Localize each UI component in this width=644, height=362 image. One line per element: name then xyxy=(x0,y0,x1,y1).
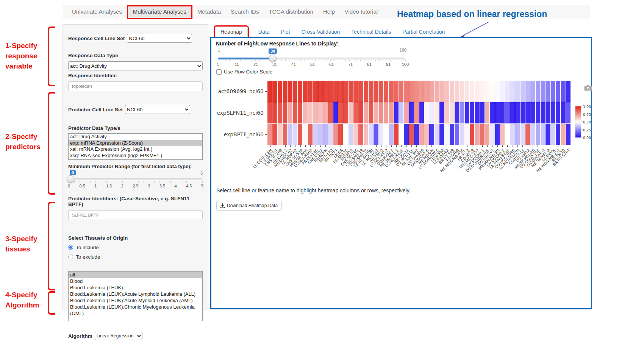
heatmap-cell[interactable] xyxy=(455,102,459,123)
heatmap-cell[interactable] xyxy=(485,102,489,123)
heatmap-cell[interactable] xyxy=(424,102,429,123)
heatmap-cell[interactable] xyxy=(510,124,515,145)
heatmap-cell[interactable] xyxy=(424,81,429,102)
heatmap-cell[interactable] xyxy=(470,81,474,102)
predictor-identifiers-input[interactable] xyxy=(68,210,203,220)
heatmap-row-label-act609699-nci60[interactable]: act609699_nci60 xyxy=(211,88,264,94)
list-option-xai-mrna-expression-avg-log2-int[interactable]: xai: mRNA Expression (Avg. log2 Int.) xyxy=(69,146,202,153)
tab-plot[interactable]: Plot xyxy=(280,27,291,37)
heatmap-cell[interactable] xyxy=(505,102,510,123)
tab-technical-details[interactable]: Technical Details xyxy=(350,27,392,37)
heatmap-cell[interactable] xyxy=(364,81,368,102)
nav-item-tcga-distribution[interactable]: TCGA distribution xyxy=(264,5,318,19)
heatmap-cell[interactable] xyxy=(369,102,373,123)
heatmap-cell[interactable] xyxy=(536,102,540,123)
nav-item-search-ids[interactable]: Search IDs xyxy=(226,5,264,19)
heatmap-cell[interactable] xyxy=(566,124,571,145)
heatmap-cell[interactable] xyxy=(485,81,489,102)
heatmap-cell[interactable] xyxy=(429,124,434,145)
heatmap-cell[interactable] xyxy=(414,102,419,123)
heatmap-cell[interactable] xyxy=(521,124,525,145)
heatmap-cell[interactable] xyxy=(515,102,520,123)
response-lines-slider[interactable]: 1 100 30 1112131415161718191100 xyxy=(217,46,406,68)
list-option-blood-leukemia-leuk-acute-myeloid-leukemia-aml[interactable]: Blood:Leukemia (LEUK):Acute Myeloid Leuk… xyxy=(69,297,202,304)
heatmap-cell[interactable] xyxy=(530,81,535,102)
heatmap-cell[interactable] xyxy=(283,81,287,102)
tissue-listbox[interactable]: allBloodBlood:Leukemia (LEUK)Blood:Leuke… xyxy=(68,271,203,321)
heatmap-cell[interactable] xyxy=(298,81,302,102)
heatmap-cell[interactable] xyxy=(480,102,485,123)
heatmap-cell[interactable] xyxy=(384,102,388,123)
predictor-data-types-listbox[interactable]: act: Drug Activityexp: mRNA Expression (… xyxy=(68,133,203,160)
heatmap-cell[interactable] xyxy=(480,81,485,102)
heatmap-cell[interactable] xyxy=(490,124,494,145)
heatmap-cell[interactable] xyxy=(435,124,439,145)
heatmap-cell[interactable] xyxy=(450,81,454,102)
heatmap-cell[interactable] xyxy=(541,124,545,145)
slider-track[interactable] xyxy=(69,178,202,180)
heatmap-cell[interactable] xyxy=(566,102,571,123)
heatmap-cell[interactable] xyxy=(444,102,449,123)
heatmap-cell[interactable] xyxy=(551,102,555,123)
heatmap-cell[interactable] xyxy=(399,102,403,123)
slider-track[interactable] xyxy=(218,58,405,59)
heatmap-cell[interactable] xyxy=(394,102,399,123)
heatmap-cell[interactable] xyxy=(338,81,343,102)
heatmap-cell[interactable] xyxy=(465,81,469,102)
heatmap-cell[interactable] xyxy=(490,102,494,123)
heatmap-cell[interactable] xyxy=(358,81,363,102)
list-option-xsq-rna-seq-expression-log2-fpkm-1[interactable]: xsq: RNA-seq Expression (log2 FPKM+1.) xyxy=(69,153,202,159)
heatmap-cell[interactable] xyxy=(308,102,313,123)
heatmap-cell[interactable] xyxy=(521,102,525,123)
heatmap-cell[interactable] xyxy=(495,124,500,145)
row-color-scale-checkbox[interactable]: Use Row Color Scale xyxy=(216,69,272,75)
heatmap-cell[interactable] xyxy=(384,124,388,145)
heatmap-cell[interactable] xyxy=(480,124,485,145)
heatmap-cell[interactable] xyxy=(358,102,363,123)
heatmap-cell[interactable] xyxy=(374,81,378,102)
heatmap-cell[interactable] xyxy=(293,81,297,102)
heatmap-cell[interactable] xyxy=(303,124,307,145)
heatmap-cell[interactable] xyxy=(313,81,317,102)
heatmap-cell[interactable] xyxy=(556,81,560,102)
heatmap-cell[interactable] xyxy=(343,102,348,123)
heatmap-cell[interactable] xyxy=(404,102,408,123)
heatmap-cell[interactable] xyxy=(419,81,424,102)
heatmap-cell[interactable] xyxy=(293,102,297,123)
heatmap-cell[interactable] xyxy=(338,102,343,123)
heatmap-cell[interactable] xyxy=(389,102,393,123)
algorithm-select[interactable]: Linear Regression xyxy=(95,332,142,340)
heatmap-cell[interactable] xyxy=(369,81,373,102)
heatmap-cell[interactable] xyxy=(470,102,474,123)
heatmap-cell[interactable] xyxy=(394,81,399,102)
heatmap-cell[interactable] xyxy=(283,124,287,145)
heatmap-cell[interactable] xyxy=(288,124,292,145)
heatmap-cell[interactable] xyxy=(465,102,469,123)
heatmap-cell[interactable] xyxy=(450,102,454,123)
heatmap-cell[interactable] xyxy=(475,81,479,102)
nav-item-video-tutorial[interactable]: Video tutorial xyxy=(340,5,383,19)
heatmap-cell[interactable] xyxy=(551,81,555,102)
heatmap-cell[interactable] xyxy=(272,124,277,145)
heatmap-cell[interactable] xyxy=(328,124,333,145)
heatmap-cell[interactable] xyxy=(546,81,550,102)
heatmap-cell[interactable] xyxy=(460,124,464,145)
list-option-all[interactable]: all xyxy=(69,272,202,278)
heatmap-cell[interactable] xyxy=(308,81,313,102)
nav-item-help[interactable]: Help xyxy=(318,5,340,19)
heatmap-cell[interactable] xyxy=(379,124,383,145)
heatmap-cell[interactable] xyxy=(364,124,368,145)
heatmap-cell[interactable] xyxy=(435,81,439,102)
heatmap-cell[interactable] xyxy=(278,81,282,102)
list-option-blood-leukemia-leuk-chronic-myelogenous-leukemia-cml[interactable]: Blood:Leukemia (LEUK):Chronic Myelogenou… xyxy=(69,304,202,317)
heatmap-cell[interactable] xyxy=(343,124,348,145)
heatmap-cell[interactable] xyxy=(536,81,540,102)
heatmap-cell[interactable] xyxy=(379,81,383,102)
response-identifier-input[interactable] xyxy=(68,81,203,91)
heatmap-cell[interactable] xyxy=(283,102,287,123)
heatmap-cell[interactable] xyxy=(267,81,272,102)
min-predictor-range-slider[interactable]: 0 5 00.511.522.533.544.55 xyxy=(68,170,203,190)
heatmap-cell[interactable] xyxy=(546,102,550,123)
heatmap-cell[interactable] xyxy=(561,81,565,102)
heatmap-cell[interactable] xyxy=(475,102,479,123)
